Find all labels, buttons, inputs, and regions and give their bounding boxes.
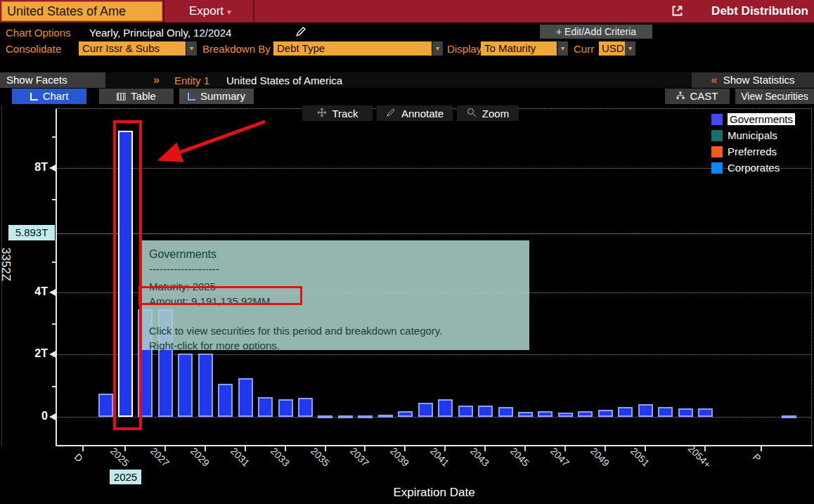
legend-item-municipals[interactable]: Municipals — [711, 127, 795, 143]
annotation-arrow — [151, 115, 274, 167]
bar-2054+[interactable] — [698, 408, 713, 417]
x-axis-title: Expiration Date — [56, 486, 812, 500]
x-tick-2047 — [564, 446, 566, 451]
legend-swatch — [711, 162, 723, 174]
y-minor-tick — [52, 323, 57, 325]
x-tick-2045 — [524, 446, 526, 451]
bar-2033[interactable] — [278, 399, 293, 417]
x-tick-label-2035: 2035 — [308, 445, 331, 468]
x-tick-label-2029: 2029 — [188, 445, 212, 468]
bar-2030[interactable] — [218, 384, 233, 417]
x-tick-label-2041: 2041 — [428, 445, 451, 468]
y-tick-label-2T: 2T — [15, 347, 48, 360]
x-tick-label-D: D — [72, 451, 85, 464]
x-tick-D — [82, 446, 84, 451]
x-tick-2027 — [164, 446, 166, 451]
tooltip-help-1: Click to view securities for this period… — [149, 323, 521, 338]
y-tick-marker — [49, 350, 57, 358]
bar-2039[interactable] — [398, 411, 413, 417]
x-tick-2051 — [645, 446, 646, 451]
bar-2047[interactable] — [558, 413, 573, 417]
legend-label: Municipals — [728, 129, 777, 141]
bar-2042[interactable] — [458, 406, 473, 417]
bar-2032[interactable] — [258, 397, 273, 417]
x-tick-2037 — [364, 446, 366, 451]
bar-2051[interactable] — [638, 404, 653, 417]
y-tracker-value: 5.893T — [8, 225, 55, 240]
tracker-gridline — [57, 233, 811, 234]
legend-item-corporates[interactable]: Corporates — [711, 160, 795, 176]
y-minor-tick — [52, 136, 57, 138]
y-tick-label-0: 0 — [15, 410, 48, 422]
x-tick-2049 — [605, 446, 606, 451]
y-minor-tick — [52, 386, 57, 387]
y-tick-marker — [49, 413, 57, 421]
bar-2046[interactable] — [538, 411, 553, 417]
bar-2044[interactable] — [498, 407, 513, 417]
bar-2029[interactable] — [198, 354, 213, 417]
bar-2052[interactable] — [658, 407, 673, 417]
x-tick-label-2054+: 2054+ — [686, 443, 713, 470]
bar-2040[interactable] — [418, 403, 433, 417]
x-tick-label-2033: 2033 — [269, 445, 292, 468]
bar-2034[interactable] — [298, 398, 313, 417]
x-tick-P — [761, 446, 762, 451]
legend: GovernmentsMunicipalsPreferredsCorporate… — [711, 111, 795, 176]
x-tick-2025 — [124, 446, 126, 451]
legend-label: Preferreds — [728, 146, 777, 157]
y-tick-marker — [49, 164, 57, 172]
y-tick-marker — [49, 288, 57, 297]
y-tick-label-8T: 8T — [15, 161, 48, 174]
gridline-0 — [57, 417, 811, 418]
bar-2049[interactable] — [598, 410, 613, 417]
x-tick-2041 — [444, 446, 446, 451]
legend-swatch — [711, 146, 723, 157]
annotation-bar-rectangle — [113, 120, 142, 430]
tooltip-series: Governments — [149, 247, 521, 261]
bar-2043[interactable] — [478, 406, 493, 417]
y-minor-tick — [52, 261, 57, 263]
bar-2037[interactable] — [358, 415, 373, 418]
y-tick-label-4T: 4T — [15, 285, 48, 298]
x-tick-label-P: P — [751, 451, 763, 464]
x-tick-2039 — [404, 446, 406, 451]
gridline-8T — [57, 168, 811, 169]
bar-2041[interactable] — [438, 399, 453, 417]
x-tick-label-2049: 2049 — [588, 445, 612, 468]
bar-2048[interactable] — [578, 411, 593, 417]
x-tick-2035 — [325, 446, 326, 451]
x-tick-label-2025: 2025 — [108, 445, 131, 468]
x-tick-label-2045: 2045 — [508, 445, 531, 468]
y-minor-tick — [52, 199, 57, 200]
legend-label: Governments — [728, 113, 795, 125]
annotation-amount-rectangle — [138, 286, 302, 305]
legend-label: Corporates — [728, 162, 780, 174]
legend-item-governments[interactable]: Governments — [711, 111, 795, 127]
bar-2045[interactable] — [518, 412, 533, 417]
x-tracker-value: 2025 — [110, 470, 141, 484]
legend-swatch — [711, 130, 723, 141]
legend-item-preferreds[interactable]: Preferreds — [711, 143, 795, 160]
bar-2038[interactable] — [378, 415, 393, 418]
bar-2031[interactable] — [238, 378, 253, 417]
x-tick-label-2051: 2051 — [628, 445, 652, 468]
x-tick-2054+ — [704, 446, 706, 451]
x-tick-2043 — [484, 446, 486, 451]
tooltip-separator: -------------------- — [149, 261, 521, 276]
bar-2050[interactable] — [618, 407, 633, 417]
x-tick-2029 — [205, 446, 206, 451]
bar-P[interactable] — [782, 415, 796, 418]
x-tick-label-2037: 2037 — [348, 445, 371, 468]
bar-2036[interactable] — [338, 415, 353, 418]
bar-2035[interactable] — [318, 415, 332, 418]
x-tick-label-2043: 2043 — [468, 445, 491, 468]
bar-2028[interactable] — [178, 354, 193, 417]
bar-D[interactable] — [98, 394, 113, 417]
x-tick-label-2047: 2047 — [548, 445, 571, 468]
x-tick-label-2031: 2031 — [228, 445, 252, 468]
x-tick-2031 — [245, 446, 246, 451]
bar-2053[interactable] — [678, 408, 693, 417]
x-tick-label-2027: 2027 — [148, 445, 172, 468]
x-tick-label-2039: 2039 — [388, 445, 411, 468]
legend-swatch — [711, 114, 723, 125]
